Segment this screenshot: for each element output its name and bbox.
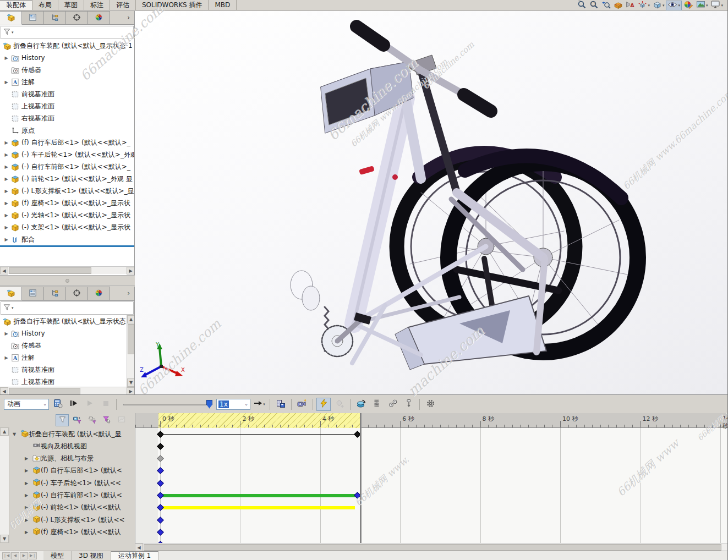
save-animation-button[interactable] (273, 398, 288, 411)
tree-item[interactable]: ▶(f) 座椅<1> (默认<<默认>_显示状 (0, 197, 134, 209)
contact-button[interactable] (386, 398, 400, 411)
dropdown-caret-icon[interactable]: ▾ (663, 3, 665, 8)
tree-item[interactable]: ▶A注解 (0, 352, 134, 364)
expander-icon[interactable]: ▶ (25, 493, 32, 498)
tree-item[interactable]: 传感器 (0, 339, 134, 352)
filter-caret-icon[interactable]: ▾ (12, 30, 14, 35)
expander-icon[interactable]: ▶ (25, 518, 32, 523)
expander-icon[interactable]: ▶ (2, 331, 10, 336)
filter-selected-button[interactable] (100, 414, 113, 426)
propertymanager-tab[interactable] (22, 11, 44, 25)
panel2-vscrollbar[interactable]: ▲ ▼ (127, 315, 134, 387)
scroll-right-icon[interactable]: ▶ (127, 267, 135, 274)
expander-icon[interactable]: ▶ (2, 213, 10, 218)
playback-mode-button[interactable]: ▾ (252, 398, 266, 411)
tree-item[interactable]: ▶(-) L形支撑板<1> (默认<<默认>_显 (0, 185, 134, 197)
displaymanager-tab[interactable] (88, 287, 110, 300)
expander-icon[interactable]: ▶ (25, 530, 32, 535)
next-tab-icon[interactable]: ▶ (20, 552, 28, 559)
tree-item[interactable]: 上视基准面 (0, 100, 134, 112)
dropdown-caret-icon[interactable]: ⌄ (244, 402, 248, 407)
expander-icon[interactable]: ▶ (25, 505, 32, 510)
menu-tab[interactable]: 标注 (84, 0, 110, 10)
duration-end-bar[interactable] (360, 413, 362, 543)
change-bar[interactable] (161, 494, 359, 497)
featuremanager-tab[interactable] (0, 287, 22, 300)
dropdown-caret-icon[interactable]: ⌄ (43, 402, 47, 407)
scroll-up-icon[interactable]: ▲ (0, 427, 9, 436)
scroll-up-icon[interactable]: ▲ (127, 315, 135, 323)
panel-splitter[interactable] (0, 275, 135, 286)
motion-tree-scrollbar[interactable]: ▲ ▼ (0, 427, 9, 543)
view-annotations-icon[interactable]: A (625, 1, 636, 10)
filter-all-button[interactable] (56, 414, 69, 426)
expander-icon[interactable]: ▶ (2, 140, 10, 145)
spring-button[interactable] (370, 398, 384, 411)
previous-view-icon[interactable] (600, 1, 612, 10)
dropdown-caret-icon[interactable]: ▾ (678, 3, 680, 8)
scroll-thumb[interactable] (9, 388, 80, 394)
panel1-hscrollbar[interactable]: ◀ ▶ (0, 266, 135, 274)
expander-icon[interactable]: ▶ (2, 80, 10, 85)
scroll-left-icon[interactable]: ◀ (0, 387, 8, 394)
expander-icon[interactable]: ▶ (2, 237, 10, 242)
motion-tree-item[interactable]: ▶(f) 座椅<1> (默认<<默认 (9, 526, 135, 538)
rollback-bar[interactable] (0, 245, 134, 247)
featuremanager-tab[interactable] (0, 11, 22, 25)
motion-study-properties-button[interactable] (423, 398, 437, 411)
motion-tree-item[interactable]: ▶(f) 自行车后部<1> (默认< (9, 465, 135, 477)
gravity-button[interactable] (402, 398, 416, 411)
menu-tab[interactable]: 评估 (110, 0, 136, 10)
propertymanager-tab[interactable] (22, 287, 44, 300)
tree-item[interactable]: ▶(-) 车子后轮<1> (默认<<默认>_外观 (0, 149, 134, 161)
motion-tree-item[interactable]: 视向及相机视图 (9, 440, 135, 452)
panel-tabs-overflow[interactable]: › (110, 287, 134, 300)
scroll-left-icon[interactable]: ◀ (0, 267, 8, 274)
filter-caret-icon[interactable]: ▾ (12, 306, 14, 310)
panel2-hscrollbar[interactable]: ◀ ▶ (0, 387, 135, 394)
motion-tree-item[interactable]: ▶(-) 车子后轮<1> (默认<< (9, 477, 135, 489)
menu-tab[interactable]: 布局 (32, 0, 58, 10)
scroll-down-icon[interactable]: ▼ (0, 535, 9, 543)
dropdown-caret-icon[interactable]: ▾ (263, 402, 265, 407)
change-bar[interactable] (161, 506, 355, 509)
slider-thumb[interactable] (206, 400, 212, 409)
configurationmanager-tab[interactable] (44, 11, 66, 25)
configurationmanager-tab[interactable] (44, 287, 66, 300)
tree-item[interactable]: 传感器 (0, 64, 134, 76)
study-type-combo[interactable]: 动画⌄ (4, 399, 49, 410)
tree-item[interactable]: ▶(-) 支架<1> (默认<<默认>_显示状 (0, 221, 134, 233)
motion-tree-item[interactable]: ▶(-) 前轮<1> (默认<<默认 (9, 502, 135, 514)
scroll-right-icon[interactable]: ▶ (127, 387, 135, 394)
tree-item[interactable]: 折叠自行车装配 (默认<默认_显示状态 (0, 315, 134, 327)
tree-item[interactable]: 原点 (0, 124, 134, 136)
motor-button[interactable] (354, 398, 368, 411)
displaymanager-tab[interactable] (88, 11, 110, 25)
tree-filter-row[interactable]: ▾ (1, 301, 134, 315)
menu-tab[interactable]: SOLIDWORKS 插件 (136, 0, 209, 10)
tree-item[interactable]: ▶History (0, 52, 134, 64)
edit-appearance-icon[interactable] (682, 1, 694, 10)
motion-tree-item[interactable]: ▶(-) L形支撑板<1> (默认<< (9, 514, 135, 526)
autokey-button[interactable] (316, 398, 331, 411)
expander-icon[interactable]: ▶ (2, 189, 10, 194)
scroll-thumb[interactable] (9, 267, 91, 274)
apply-scene-icon[interactable]: ▾ (695, 1, 709, 10)
expander-icon[interactable]: ▶ (25, 468, 32, 473)
tree-item[interactable]: ▶(-) 光轴<1> (默认<<默认>_显示状 (0, 209, 134, 221)
tree-item[interactable]: 上视基准面 (0, 376, 134, 388)
tree-item[interactable]: 折叠自行车装配 (默认<默认_显示状态-1 (0, 40, 134, 52)
scroll-thumb[interactable] (144, 544, 721, 551)
tree-item[interactable]: ▶(f) 自行车后部<1> (默认<<默认>_ (0, 136, 134, 149)
filter-driving-button[interactable] (85, 414, 98, 426)
calculate-button[interactable] (51, 398, 65, 411)
expander-icon[interactable]: ▶ (25, 481, 32, 486)
document-tab[interactable]: 模型 (43, 551, 72, 560)
tree-item[interactable]: ▶History (0, 327, 134, 339)
section-view-icon[interactable] (612, 1, 624, 10)
filter-animated-button[interactable]: 1 (70, 414, 84, 426)
speed-combo[interactable]: 1x⌄ (216, 399, 250, 410)
filter-funnel-icon[interactable] (3, 303, 11, 313)
expander-icon[interactable]: ▶ (2, 225, 10, 230)
expander-icon[interactable]: ▶ (2, 164, 10, 169)
